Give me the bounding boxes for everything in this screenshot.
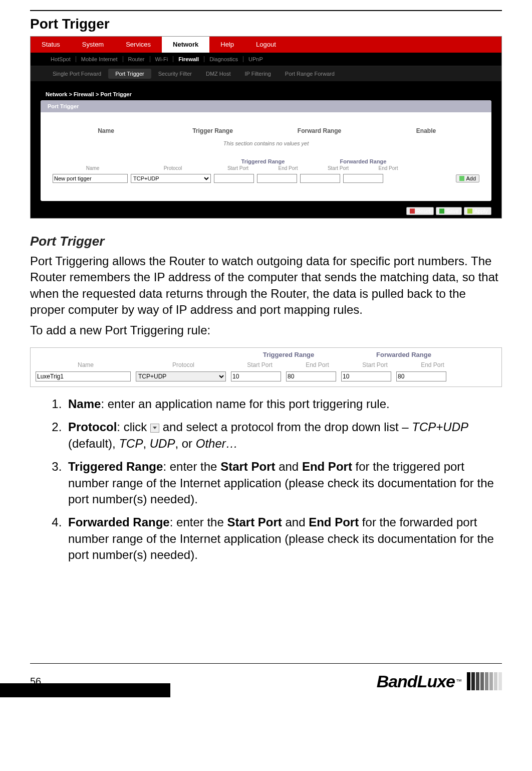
crop-protocol-select[interactable]: TCP+UDP [136, 371, 226, 381]
steps-list: Name: enter an application name for this… [30, 396, 502, 563]
add-icon [459, 176, 464, 181]
crop-col-trig-end: End Port [289, 361, 346, 368]
nav-status[interactable]: Status [31, 37, 71, 53]
subcol-fwd-end: End Port [363, 165, 413, 171]
nav-system[interactable]: System [71, 37, 115, 53]
port-trigger-panel: Port Trigger Name Trigger Range Forward … [41, 100, 491, 201]
empty-message: This section contains no values yet [48, 138, 484, 156]
subnav-diagnostics[interactable]: Diagnostics [204, 56, 243, 62]
name-input[interactable] [53, 174, 128, 183]
page-footer: 56 BandLuxe™ [30, 663, 502, 699]
dropdown-icon [150, 424, 159, 433]
reset-button[interactable]: Reset [406, 207, 434, 215]
breadcrumb: Network > Firewall > Port Trigger [31, 81, 501, 100]
group-triggered-range: Triggered Range [213, 158, 313, 164]
nav-services[interactable]: Services [115, 37, 162, 53]
subnav-hotspot[interactable]: HotSpot [46, 56, 76, 62]
crop-col-name: Name [36, 361, 136, 368]
subcol-trig-end: End Port [263, 165, 313, 171]
subnav-router[interactable]: Router [123, 56, 150, 62]
fwd-end-input[interactable] [343, 174, 383, 183]
step-3: Triggered Range: enter the Start Port an… [65, 459, 502, 507]
tab-port-range-forward[interactable]: Port Range Forward [278, 69, 342, 79]
crop-col-fwd-end: End Port [404, 361, 461, 368]
crop-col-protocol: Protocol [136, 361, 231, 368]
section-description: Port Triggering allows the Router to wat… [30, 253, 502, 318]
col-name: Name [53, 127, 159, 134]
apply-icon [467, 209, 472, 214]
save-button[interactable]: Save [436, 207, 462, 215]
crop-group-triggered: Triggered Range [231, 351, 346, 358]
fwd-start-input[interactable] [300, 174, 340, 183]
subcol-fwd-start: Start Port [313, 165, 363, 171]
router-ui-screenshot: Status System Services Network Help Logo… [30, 36, 502, 219]
subnav-wifi[interactable]: Wi-Fi [150, 56, 174, 62]
crop-col-trig-start: Start Port [231, 361, 289, 368]
nav-logout[interactable]: Logout [245, 37, 287, 53]
subnav-upnp[interactable]: UPnP [243, 56, 268, 62]
main-nav: Status System Services Network Help Logo… [31, 37, 501, 53]
footer-bar [0, 683, 170, 697]
table-header-row: Name Trigger Range Forward Range Enable [48, 117, 484, 138]
crop-trig-end-input[interactable] [286, 371, 336, 381]
crop-col-fwd-start: Start Port [346, 361, 404, 368]
page-title: Port Trigger [30, 16, 502, 32]
crop-group-forwarded: Forwarded Range [346, 351, 461, 358]
reset-icon [410, 209, 415, 214]
col-forward-range: Forward Range [266, 127, 373, 134]
nav-help[interactable]: Help [209, 37, 245, 53]
step-2: Protocol: click and select a protocol fr… [65, 419, 502, 452]
save-icon [439, 209, 444, 214]
sub-nav: HotSpot Mobile Internet Router Wi-Fi Fir… [31, 53, 501, 66]
protocol-select[interactable]: TCP+UDP [131, 174, 211, 183]
crop-trig-start-input[interactable] [231, 371, 281, 381]
panel-title: Port Trigger [41, 100, 491, 112]
trig-end-input[interactable] [257, 174, 297, 183]
section-instruction: To add a new Port Triggering rule: [30, 322, 502, 338]
brand-logo: BandLuxe™ [377, 672, 502, 691]
group-forwarded-range: Forwarded Range [313, 158, 413, 164]
step-1: Name: enter an application name for this… [65, 396, 502, 412]
form-example-screenshot: Triggered Range Forwarded Range Name Pro… [30, 347, 502, 387]
crop-name-input[interactable] [36, 371, 131, 381]
crop-fwd-end-input[interactable] [396, 371, 446, 381]
tab-ip-filtering[interactable]: IP Filtering [237, 69, 278, 79]
gradient-bars-icon [466, 672, 502, 690]
apply-button[interactable]: Apply [464, 207, 491, 215]
add-button[interactable]: Add [456, 174, 479, 182]
tab-nav: Single Port Forward Port Trigger Securit… [31, 66, 501, 81]
col-enable: Enable [373, 127, 479, 134]
crop-fwd-start-input[interactable] [341, 371, 391, 381]
subcol-trig-start: Start Port [213, 165, 263, 171]
trig-start-input[interactable] [214, 174, 254, 183]
tab-dmz-host[interactable]: DMZ Host [199, 69, 238, 79]
section-heading: Port Trigger [30, 234, 502, 249]
col-trigger-range: Trigger Range [159, 127, 266, 134]
nav-network[interactable]: Network [162, 37, 209, 53]
subnav-mobile-internet[interactable]: Mobile Internet [76, 56, 123, 62]
subcol-protocol: Protocol [133, 165, 213, 171]
tab-security-filter[interactable]: Security Filter [151, 69, 199, 79]
tab-port-trigger[interactable]: Port Trigger [108, 69, 151, 79]
tab-single-port-forward[interactable]: Single Port Forward [46, 69, 108, 79]
step-4: Forwarded Range: enter the Start Port an… [65, 514, 502, 563]
subcol-name: Name [53, 165, 133, 171]
subnav-firewall[interactable]: Firewall [173, 56, 204, 62]
